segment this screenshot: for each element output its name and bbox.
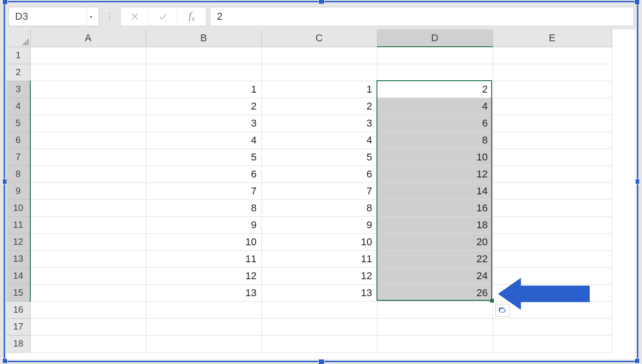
cell[interactable]: 11 — [261, 250, 377, 267]
row-header[interactable]: 4 — [6, 98, 30, 115]
column-header-A[interactable]: A — [30, 29, 146, 47]
cell[interactable] — [377, 64, 493, 81]
cell[interactable] — [30, 284, 146, 301]
autofill-options-button[interactable] — [495, 304, 510, 317]
cell[interactable]: 1 — [261, 81, 377, 98]
cell[interactable]: 8 — [146, 199, 261, 216]
cell[interactable] — [261, 301, 377, 318]
row-header[interactable]: 3 — [6, 81, 30, 98]
cell[interactable] — [146, 301, 261, 318]
enter-button[interactable] — [149, 7, 177, 26]
cell[interactable] — [30, 132, 146, 149]
cell[interactable] — [261, 318, 377, 335]
column-header-D[interactable]: D — [377, 29, 493, 47]
cell[interactable] — [146, 47, 261, 64]
cell[interactable] — [30, 115, 146, 132]
cell[interactable]: 9 — [146, 216, 261, 233]
cell[interactable]: 10 — [146, 233, 261, 250]
cell[interactable] — [261, 64, 377, 81]
cell[interactable] — [146, 335, 261, 352]
row-header[interactable]: 9 — [6, 182, 30, 199]
cell[interactable]: 4 — [146, 132, 261, 149]
row-header[interactable]: 1 — [6, 47, 30, 64]
cancel-button[interactable] — [121, 7, 149, 26]
cell[interactable] — [146, 64, 261, 81]
cell[interactable] — [30, 267, 146, 284]
cell[interactable] — [30, 199, 146, 216]
row-header[interactable]: 15 — [6, 284, 30, 301]
cell[interactable] — [146, 318, 261, 335]
cell[interactable]: 5 — [146, 149, 261, 165]
cell[interactable]: 4 — [261, 132, 377, 149]
row-header[interactable]: 7 — [6, 149, 30, 165]
cell[interactable]: 2 — [146, 98, 261, 115]
insert-function-button[interactable]: fx — [177, 7, 206, 26]
cell[interactable]: 3 — [261, 115, 377, 132]
cell[interactable] — [493, 182, 612, 199]
cell[interactable]: 10 — [261, 233, 377, 250]
select-all-corner[interactable] — [6, 29, 30, 47]
cell[interactable]: 24 — [377, 267, 493, 284]
cell[interactable] — [493, 149, 612, 165]
cell[interactable] — [493, 267, 612, 284]
row-header[interactable]: 16 — [6, 301, 30, 318]
cell[interactable]: 6 — [261, 165, 377, 182]
row-header[interactable]: 18 — [6, 335, 30, 352]
cell[interactable]: 5 — [261, 149, 377, 165]
cell[interactable]: 13 — [146, 284, 261, 301]
cell[interactable] — [377, 318, 493, 335]
cell[interactable] — [493, 216, 612, 233]
column-header-B[interactable]: B — [146, 29, 261, 47]
row-header[interactable]: 17 — [6, 318, 30, 335]
cell[interactable] — [493, 98, 612, 115]
cell[interactable] — [377, 335, 493, 352]
row-header[interactable]: 6 — [6, 132, 30, 149]
cell[interactable] — [30, 182, 146, 199]
cell[interactable] — [493, 47, 612, 64]
cell[interactable]: 2 — [377, 81, 493, 98]
cell[interactable]: 12 — [146, 267, 261, 284]
cell[interactable]: 9 — [261, 216, 377, 233]
cell[interactable]: 14 — [377, 182, 493, 199]
cell[interactable]: 7 — [146, 182, 261, 199]
row-header[interactable]: 12 — [6, 233, 30, 250]
cell[interactable] — [30, 47, 146, 64]
cell[interactable] — [493, 284, 612, 301]
cell[interactable] — [377, 47, 493, 64]
cell[interactable] — [493, 335, 612, 352]
cell[interactable] — [377, 301, 493, 318]
chevron-down-icon[interactable]: ▾ — [87, 7, 95, 26]
cell[interactable] — [30, 335, 146, 352]
cell[interactable]: 22 — [377, 250, 493, 267]
spreadsheet-grid[interactable]: A B C D E 123112422453366448755108661297… — [6, 29, 612, 353]
cell[interactable]: 2 — [261, 98, 377, 115]
cell[interactable] — [30, 216, 146, 233]
name-box[interactable]: D3 ▾ — [8, 7, 99, 26]
cell[interactable]: 8 — [377, 132, 493, 149]
cell[interactable] — [30, 318, 146, 335]
cell[interactable]: 20 — [377, 233, 493, 250]
cell[interactable]: 16 — [377, 199, 493, 216]
cell[interactable]: 26 — [377, 284, 493, 301]
cell[interactable] — [493, 199, 612, 216]
cell[interactable] — [493, 165, 612, 182]
cell[interactable]: 10 — [377, 149, 493, 165]
cell[interactable] — [493, 250, 612, 267]
cell[interactable] — [30, 149, 146, 165]
row-header[interactable]: 5 — [6, 115, 30, 132]
cell[interactable]: 7 — [261, 182, 377, 199]
cell[interactable]: 12 — [261, 267, 377, 284]
cell[interactable] — [30, 64, 146, 81]
row-header[interactable]: 10 — [6, 199, 30, 216]
cell[interactable] — [30, 81, 146, 98]
cell[interactable]: 18 — [377, 216, 493, 233]
cell[interactable] — [30, 165, 146, 182]
column-header-C[interactable]: C — [261, 29, 377, 47]
row-header[interactable]: 8 — [6, 165, 30, 182]
cell[interactable]: 6 — [146, 165, 261, 182]
row-header[interactable]: 11 — [6, 216, 30, 233]
cell[interactable] — [30, 301, 146, 318]
cell[interactable]: 13 — [261, 284, 377, 301]
cell[interactable]: 11 — [146, 250, 261, 267]
cell[interactable] — [30, 250, 146, 267]
